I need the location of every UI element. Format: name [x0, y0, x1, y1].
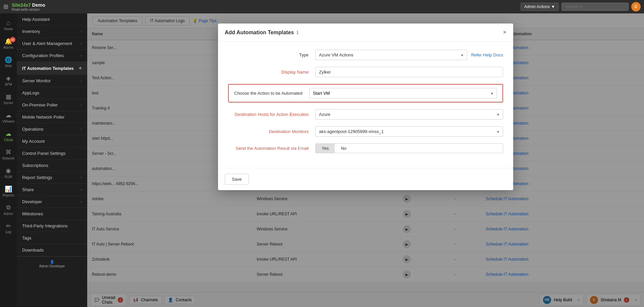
sidebar-item-label: Inventory	[22, 29, 40, 34]
sidebar-item-mobile-network[interactable]: Mobile Network Poller	[17, 111, 87, 123]
sidebar-icon-rum[interactable]: ◉RUM	[0, 164, 17, 181]
sidebar-item-config-profiles[interactable]: Configuration Profiles ›	[17, 50, 87, 62]
sidebar-item-operations[interactable]: Operations ›	[17, 123, 87, 135]
sidebar-item-help-assistant[interactable]: Help Assistant	[17, 13, 87, 26]
email-toggle-group: Yes No	[315, 143, 503, 153]
sidebar-item-label: User & Alert Management	[22, 41, 72, 46]
sidebar-icon-vmware[interactable]: ☁VMware	[0, 109, 17, 126]
sidebar-item-my-account[interactable]: My Account	[17, 135, 87, 147]
sidebar-item-share[interactable]: Share ›	[17, 184, 87, 196]
sidebar-icon-rail: ⌂Home 🔔 90 Alarms 🌐Web ◈APM ▦Server ☁VMw…	[0, 13, 17, 307]
type-select-wrapper: Azure VM Actions Server Reboot Windows S…	[315, 50, 467, 60]
sidebar-footer-admin[interactable]: 👤 Admin Developer	[39, 260, 65, 268]
sidebar-item-control-panel[interactable]: Control Panel Settings	[17, 147, 87, 160]
sidebar: ⌂Home 🔔 90 Alarms 🌐Web ◈APM ▦Server ☁VMw…	[0, 13, 87, 307]
chevron-right-icon: ›	[81, 127, 82, 131]
sidebar-item-developer[interactable]: Developer ›	[17, 196, 87, 208]
action-row-highlight: Choose the Action to be Automated Start …	[228, 84, 503, 102]
sidebar-item-label: Help Assistant	[22, 17, 50, 22]
plus-icon[interactable]: +	[79, 65, 82, 71]
sidebar-item-label: Operations	[22, 127, 44, 132]
sidebar-icon-apm[interactable]: ◈APM	[0, 72, 17, 89]
modal-header: Add Automation Templates ℹ ×	[218, 24, 513, 42]
chevron-right-icon: ›	[81, 42, 82, 45]
sidebar-icon-server[interactable]: ▦Server	[0, 90, 17, 107]
sidebar-item-label: Configuration Profiles	[22, 53, 64, 58]
chevron-right-icon: ›	[81, 54, 82, 57]
sidebar-item-on-premise[interactable]: On-Premise Poller ›	[17, 99, 87, 111]
refer-help-docs-link[interactable]: Refer Help Docs	[471, 52, 503, 57]
sidebar-icon-cloud[interactable]: ☁Cloud	[0, 127, 17, 144]
destination-hosts-row: Destination Hosts for Action Execution A…	[228, 109, 503, 120]
sidebar-item-downloads[interactable]: Downloads	[17, 244, 87, 256]
chevron-right-icon: ›	[81, 30, 82, 33]
destination-monitors-control: aks-agentpool-12905899-vmss_1	[315, 126, 503, 137]
topbar-actions: Admin Actions ▼ C	[521, 2, 641, 11]
email-label: Send the Automation Result via Email	[228, 146, 315, 151]
sidebar-icon-admin[interactable]: ⚙Admin	[0, 201, 17, 218]
action-select-wrapper: Start VM Stop VM Restart VM	[309, 88, 497, 98]
admin-icon: 👤	[50, 260, 54, 264]
action-select[interactable]: Start VM Stop VM Restart VM	[309, 88, 497, 98]
sidebar-item-it-automation[interactable]: IT Automation Templates +	[17, 62, 87, 75]
search-input[interactable]	[561, 3, 629, 11]
alarms-badge: 90	[10, 37, 15, 42]
sidebar-item-label: My Account	[22, 139, 45, 144]
email-control: Yes No	[315, 143, 503, 153]
sidebar-item-label: Developer	[22, 199, 42, 204]
sidebar-footer-label: Admin Developer	[39, 264, 65, 268]
sidebar-icon-web[interactable]: 🌐Web	[0, 53, 17, 71]
destination-monitors-label: Destination Monitors	[228, 129, 315, 134]
sidebar-menu: Help Assistant Inventory › User & Alert …	[17, 13, 87, 307]
brand-site: Site24x7	[12, 2, 31, 8]
sidebar-item-report-settings[interactable]: Report Settings ›	[17, 172, 87, 184]
sidebar-item-label: Mobile Network Poller	[22, 115, 64, 120]
sidebar-item-label: Server Monitor	[22, 78, 51, 83]
email-no-button[interactable]: No	[335, 144, 353, 153]
main-layout: ⌂Home 🔔 90 Alarms 🌐Web ◈APM ▦Server ☁VMw…	[0, 13, 644, 307]
sidebar-icon-alarms[interactable]: 🔔 90 Alarms	[0, 35, 17, 52]
chevron-right-icon: ›	[81, 200, 82, 204]
destination-hosts-select[interactable]: Azure	[315, 109, 503, 120]
destination-hosts-control: Azure	[315, 109, 503, 120]
modal-overlay: Add Automation Templates ℹ × Type Azure …	[87, 13, 644, 307]
sidebar-item-inventory[interactable]: Inventory ›	[17, 26, 87, 38]
sidebar-item-server-monitor[interactable]: Server Monitor ›	[17, 75, 87, 87]
action-label: Choose the Action to be Automated	[234, 91, 303, 96]
type-row: Type Azure VM Actions Server Reboot Wind…	[228, 50, 503, 60]
destination-monitors-select[interactable]: aks-agentpool-12905899-vmss_1	[315, 126, 503, 137]
sidebar-item-label: Third-Party Integrations	[22, 223, 68, 228]
sidebar-item-applogs[interactable]: AppLogs	[17, 87, 87, 99]
sidebar-item-subscriptions[interactable]: Subscriptions	[17, 160, 87, 172]
sidebar-item-label: Tags	[22, 235, 31, 240]
display-name-label: Display Name	[228, 70, 315, 75]
grid-icon[interactable]: ⊞	[3, 3, 8, 10]
sidebar-item-milestones[interactable]: Milestones	[17, 208, 87, 220]
save-button[interactable]: Save	[225, 174, 249, 185]
chevron-right-icon: ›	[81, 79, 82, 83]
email-row: Send the Automation Result via Email Yes…	[228, 143, 503, 153]
info-icon: ℹ	[297, 30, 298, 35]
type-select[interactable]: Azure VM Actions Server Reboot Windows S…	[315, 50, 467, 60]
sidebar-icon-home[interactable]: ⌂Home	[0, 17, 17, 34]
brand-demo: Demo	[32, 2, 45, 8]
avatar: C	[631, 2, 641, 11]
sidebar-icon-reports[interactable]: 📊Reports	[0, 183, 17, 200]
display-name-control	[315, 67, 503, 77]
sidebar-item-tags[interactable]: Tags	[17, 232, 87, 244]
sidebar-item-user-alert[interactable]: User & Alert Management ›	[17, 38, 87, 50]
sidebar-icon-edit[interactable]: ✏Edit	[0, 220, 17, 237]
modal-close-button[interactable]: ×	[503, 29, 506, 36]
email-yes-button[interactable]: Yes	[316, 144, 335, 153]
sidebar-item-label: Share	[22, 187, 34, 192]
destination-monitors-row: Destination Monitors aks-agentpool-12905…	[228, 126, 503, 137]
admin-actions-button[interactable]: Admin Actions ▼	[521, 3, 559, 11]
sidebar-item-third-party[interactable]: Third-Party Integrations	[17, 220, 87, 232]
sidebar-item-label: On-Premise Poller	[22, 102, 58, 107]
display-name-input[interactable]	[315, 67, 503, 77]
sidebar-item-label: Report Settings	[22, 175, 52, 180]
sidebar-icon-network[interactable]: ⌘Network	[0, 146, 17, 163]
sidebar-item-label: AppLogs	[22, 90, 39, 95]
sidebar-item-label: IT Automation Templates	[22, 66, 74, 71]
chevron-right-icon: ›	[81, 103, 82, 107]
